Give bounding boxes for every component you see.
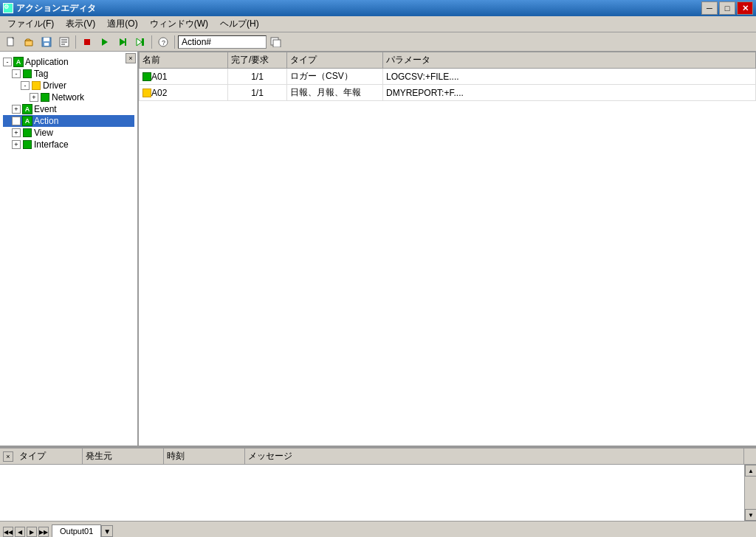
svg-text:?: ? <box>162 39 165 46</box>
debug-run-button[interactable] <box>114 35 131 49</box>
log-close-button[interactable]: × <box>3 451 13 462</box>
expander-application[interactable]: - <box>3 58 12 66</box>
tree-node-action[interactable]: + A Action <box>3 115 134 127</box>
tree-node-view[interactable]: + View <box>3 127 134 139</box>
title-bar-left: ⚙ アクションエディタ <box>3 2 96 15</box>
expander-network[interactable]: + <box>30 93 38 102</box>
tab-prev-button[interactable]: ◀ <box>15 527 25 537</box>
log-body: ▲ ▼ <box>0 465 756 521</box>
icon-driver <box>31 80 41 91</box>
expander-action[interactable]: + <box>12 117 21 125</box>
open-button[interactable] <box>21 35 37 49</box>
tree-node-event[interactable]: + A Event <box>3 103 134 115</box>
menu-file[interactable]: ファイル(F) <box>1 16 60 32</box>
tree-content: - A Application - Tag - Driver <box>0 53 137 153</box>
svg-marker-11 <box>120 38 126 46</box>
expander-view[interactable]: + <box>12 128 21 137</box>
title-bar-buttons: ─ □ ✕ <box>701 1 753 15</box>
table-row[interactable]: A02 1/1 日報、月報、年報 DMYREPORT:+F.... <box>140 85 756 101</box>
properties-button[interactable] <box>56 35 72 49</box>
tree-node-application[interactable]: - A Application <box>3 56 134 68</box>
tree-node-interface[interactable]: + Interface <box>3 139 134 150</box>
label-action: Action <box>34 116 58 126</box>
svg-marker-10 <box>102 38 108 46</box>
expander-driver[interactable]: - <box>21 81 30 90</box>
tab-navigation: ◀◀ ◀ ▶ ▶▶ <box>0 527 52 537</box>
menu-bar: ファイル(F) 表示(V) 適用(O) ウィンドウ(W) ヘルプ(H) <box>0 16 756 32</box>
scroll-down-button[interactable]: ▼ <box>745 509 756 521</box>
tree-panel: × - A Application - Tag - <box>0 52 139 446</box>
svg-marker-13 <box>137 38 142 46</box>
minimize-button[interactable]: ─ <box>701 1 718 15</box>
title-bar: ⚙ アクションエディタ ─ □ ✕ <box>0 0 756 16</box>
copy-button[interactable] <box>268 35 284 49</box>
icon-application: A <box>13 57 24 67</box>
app-icon: ⚙ <box>3 3 13 13</box>
menu-help[interactable]: ヘルプ(H) <box>214 16 265 32</box>
label-application: Application <box>25 57 69 67</box>
svg-rect-9 <box>84 39 90 45</box>
expander-interface[interactable]: + <box>12 140 21 149</box>
toolbar: ? <box>0 32 756 52</box>
tab-bar: ◀◀ ◀ ▶ ▶▶ Output01 ▼ <box>0 521 756 537</box>
table-header-row: 名前 完了/要求 タイプ パラメータ <box>140 52 756 69</box>
label-view: View <box>34 128 53 138</box>
help-button[interactable]: ? <box>155 35 171 49</box>
label-tag: Tag <box>34 69 48 79</box>
menu-view[interactable]: 表示(V) <box>60 16 101 32</box>
cell-complete-a01: 1/1 <box>228 69 287 85</box>
action-input[interactable] <box>178 35 267 49</box>
log-col-message: メッセージ <box>245 448 744 464</box>
driver-icon-shape <box>32 81 41 90</box>
log-scrollbar-vertical[interactable]: ▲ ▼ <box>744 465 756 521</box>
interface-icon-shape <box>23 140 32 149</box>
menu-window[interactable]: ウィンドウ(W) <box>144 16 214 32</box>
icon-event: A <box>22 104 32 114</box>
tree-node-network[interactable]: + Network <box>3 91 134 103</box>
tag-icon-shape <box>23 69 32 78</box>
log-header: × タイプ 発生元 時刻 メッセージ <box>0 448 756 465</box>
content-table: 名前 完了/要求 タイプ パラメータ A01 1/1 ロガー（CSV） <box>139 52 756 101</box>
tree-node-driver[interactable]: - Driver <box>3 80 134 91</box>
scroll-up-button[interactable]: ▲ <box>745 465 756 477</box>
run-button[interactable] <box>97 35 113 49</box>
table-row[interactable]: A01 1/1 ロガー（CSV） LOGCSV:+FILE.... <box>140 69 756 85</box>
cell-type-a02: 日報、月報、年報 <box>287 85 383 101</box>
log-col-type: タイプ <box>16 448 83 464</box>
save-button[interactable] <box>38 35 55 49</box>
toolbar-separator-1 <box>75 35 76 49</box>
log-panel: × タイプ 発生元 時刻 メッセージ ▲ ▼ <box>0 447 756 521</box>
tab-output01[interactable]: Output01 <box>52 524 101 537</box>
expander-event[interactable]: + <box>12 105 21 114</box>
content-panel: 名前 完了/要求 タイプ パラメータ A01 1/1 ロガー（CSV） <box>139 52 756 446</box>
icon-action: A <box>22 116 32 126</box>
tab-first-button[interactable]: ◀◀ <box>3 527 13 537</box>
application-icon-shape: A <box>13 57 24 67</box>
label-driver: Driver <box>43 80 66 91</box>
row-icon-a01 <box>142 72 151 81</box>
col-header-name: 名前 <box>140 52 228 69</box>
stop-button[interactable] <box>79 35 95 49</box>
label-network: Network <box>52 92 84 103</box>
cell-name-a01: A01 <box>140 69 228 85</box>
menu-apply[interactable]: 適用(O) <box>101 16 143 32</box>
tab-last-button[interactable]: ▶▶ <box>38 527 49 537</box>
restore-button[interactable]: □ <box>719 1 735 15</box>
new-button[interactable] <box>3 35 19 49</box>
expander-tag[interactable]: - <box>12 69 21 78</box>
action-icon-shape: A <box>22 116 32 126</box>
tab-next-button[interactable]: ▶ <box>27 527 37 537</box>
icon-interface <box>22 139 32 150</box>
tree-node-tag[interactable]: - Tag <box>3 68 134 80</box>
tab-add-button[interactable]: ▼ <box>101 525 113 537</box>
log-col-source: 発生元 <box>83 448 164 464</box>
toolbar-separator-3 <box>174 35 175 49</box>
pause-button[interactable] <box>132 35 148 49</box>
event-icon-shape: A <box>22 104 32 114</box>
title-bar-text: アクションエディタ <box>16 2 96 15</box>
tree-close-button[interactable]: × <box>126 53 136 63</box>
close-button[interactable]: ✕ <box>737 1 753 15</box>
network-icon-shape <box>41 93 49 102</box>
cell-type-a01: ロガー（CSV） <box>287 69 383 85</box>
col-header-complete: 完了/要求 <box>228 52 287 69</box>
